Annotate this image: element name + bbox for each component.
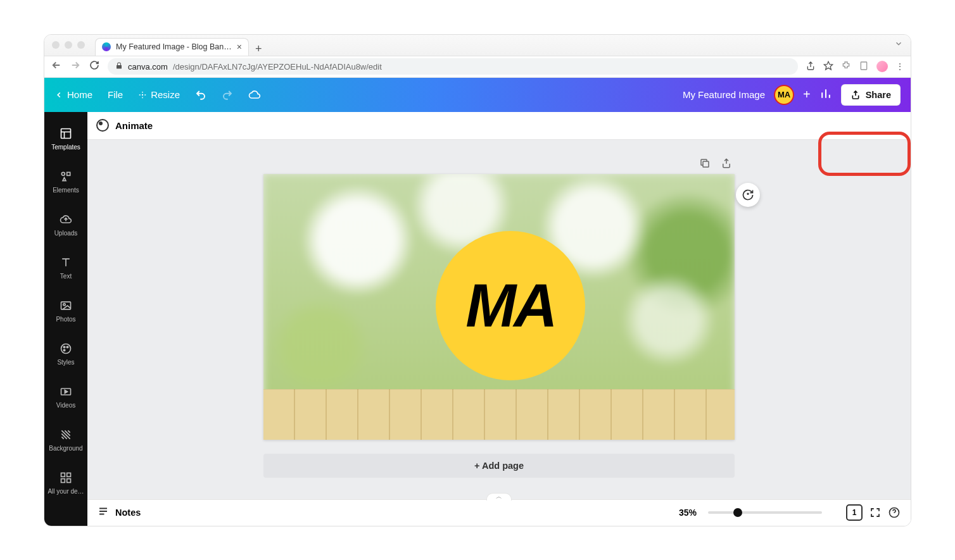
sidebar-item-styles[interactable]: Styles	[44, 332, 87, 375]
url-path: /design/DAFAxLN7cJg/AYEPZOEHuL-NdAfADIAu…	[173, 62, 382, 72]
add-page-label: + Add page	[474, 461, 524, 471]
share-url-icon[interactable]	[806, 61, 816, 73]
svg-point-6	[63, 303, 65, 305]
comment-fab[interactable]	[736, 183, 760, 207]
sidebar-item-templates[interactable]: Templates	[44, 117, 87, 160]
design-title[interactable]: My Featured Image	[683, 89, 765, 100]
back-button[interactable]	[51, 59, 62, 73]
sidebar-item-all-designs[interactable]: All your de…	[44, 461, 87, 504]
file-label: File	[108, 89, 123, 100]
close-window[interactable]	[52, 41, 60, 49]
tab-close-icon[interactable]: ×	[237, 42, 242, 52]
window-controls[interactable]	[52, 41, 85, 49]
user-avatar[interactable]: MA	[774, 85, 794, 105]
extensions-icon[interactable]	[841, 61, 851, 73]
notes-button[interactable]: Notes	[115, 507, 141, 518]
bottom-bar: ︿ Notes 35% 1	[87, 499, 911, 526]
resize-button[interactable]: Resize	[138, 89, 180, 100]
maximize-window[interactable]	[77, 41, 85, 49]
svg-rect-5	[61, 302, 71, 309]
share-button[interactable]: Share	[841, 84, 901, 106]
fullscreen-icon[interactable]	[869, 506, 882, 519]
bookmark-icon[interactable]	[823, 61, 833, 73]
svg-point-7	[61, 344, 71, 353]
photos-icon	[59, 299, 73, 313]
home-label: Home	[67, 89, 92, 100]
page-count-badge[interactable]: 1	[846, 504, 863, 521]
expand-pages-icon[interactable]: ︿	[486, 493, 512, 501]
uploads-icon	[59, 213, 73, 227]
animate-icon	[96, 119, 109, 132]
sidebar-item-background[interactable]: Background	[44, 418, 87, 461]
sidebar-label: Background	[44, 445, 87, 452]
lock-icon	[115, 62, 123, 72]
add-collaborator-button[interactable]: +	[803, 87, 811, 102]
sidebar-item-videos[interactable]: Videos	[44, 375, 87, 418]
browser-tab[interactable]: My Featured Image - Blog Ban… ×	[95, 38, 249, 56]
help-icon[interactable]	[888, 506, 901, 519]
svg-point-8	[63, 346, 65, 348]
svg-point-10	[63, 349, 65, 351]
app-topbar: Home File Resize My Featured Image	[44, 78, 911, 112]
svg-rect-16	[703, 161, 709, 167]
all-designs-icon	[59, 471, 73, 485]
videos-icon	[59, 385, 73, 399]
tabs-dropdown-icon[interactable]	[894, 39, 903, 51]
svg-rect-2	[61, 128, 71, 138]
svg-rect-15	[67, 478, 71, 482]
sidebar-item-text[interactable]: Text	[44, 246, 87, 289]
address-bar: canva.com/design/DAFAxLN7cJg/AYEPZOEHuL-…	[44, 56, 911, 78]
sidebar-label: All your de…	[44, 488, 87, 495]
new-tab-button[interactable]: +	[255, 42, 262, 56]
file-menu[interactable]: File	[108, 89, 123, 100]
svg-rect-4	[67, 172, 70, 175]
cloud-sync-icon[interactable]	[248, 89, 261, 101]
browser-titlebar: My Featured Image - Blog Ban… × +	[44, 35, 911, 56]
canva-favicon-icon	[102, 42, 111, 51]
zoom-thumb[interactable]	[733, 508, 742, 517]
add-page-icon[interactable]	[721, 158, 733, 170]
minimize-window[interactable]	[65, 41, 72, 49]
sidebar-item-elements[interactable]: Elements	[44, 160, 87, 203]
side-panel: Templates Elements Uploads Text Photos	[44, 112, 87, 526]
sidebar-item-photos[interactable]: Photos	[44, 289, 87, 332]
share-label: Share	[866, 90, 891, 100]
notes-icon	[98, 506, 109, 520]
svg-rect-0	[861, 62, 866, 70]
sidebar-label: Uploads	[44, 230, 87, 237]
profile-avatar-icon[interactable]	[876, 61, 888, 72]
url-field[interactable]: canva.com/design/DAFAxLN7cJg/AYEPZOEHuL-…	[108, 58, 798, 75]
animate-button[interactable]: Animate	[115, 120, 153, 131]
redo-button[interactable]	[222, 89, 233, 101]
resize-label: Resize	[151, 89, 180, 100]
add-page-button[interactable]: + Add page	[263, 454, 735, 478]
svg-rect-13	[67, 473, 71, 476]
text-icon	[59, 256, 73, 270]
sidebar-label: Photos	[44, 316, 87, 323]
logo-text: MA	[465, 271, 555, 340]
sidebar-label: Text	[44, 273, 87, 280]
background-icon	[59, 428, 73, 442]
sidebar-item-uploads[interactable]: Uploads	[44, 203, 87, 246]
undo-button[interactable]	[195, 89, 206, 101]
canvas-area[interactable]: MA + Add page	[87, 140, 911, 499]
design-canvas[interactable]: MA	[263, 174, 735, 440]
sidebar-label: Elements	[44, 187, 87, 194]
svg-point-1	[142, 94, 143, 95]
logo-shape[interactable]: MA	[436, 231, 585, 380]
svg-point-9	[66, 346, 68, 348]
reload-button[interactable]	[89, 60, 100, 73]
home-button[interactable]: Home	[54, 89, 92, 100]
browser-menu-icon[interactable]: ⋮	[895, 61, 904, 72]
sidebar-label: Styles	[44, 359, 87, 366]
zoom-level[interactable]: 35%	[679, 507, 697, 518]
styles-icon	[59, 342, 73, 356]
templates-icon	[59, 127, 73, 140]
duplicate-page-icon[interactable]	[699, 158, 712, 170]
svg-rect-12	[61, 473, 65, 476]
reading-list-icon[interactable]	[859, 61, 869, 73]
zoom-slider[interactable]	[708, 511, 822, 514]
forward-button[interactable]	[70, 59, 81, 73]
wood-floor	[263, 389, 735, 440]
insights-icon[interactable]	[819, 87, 832, 103]
